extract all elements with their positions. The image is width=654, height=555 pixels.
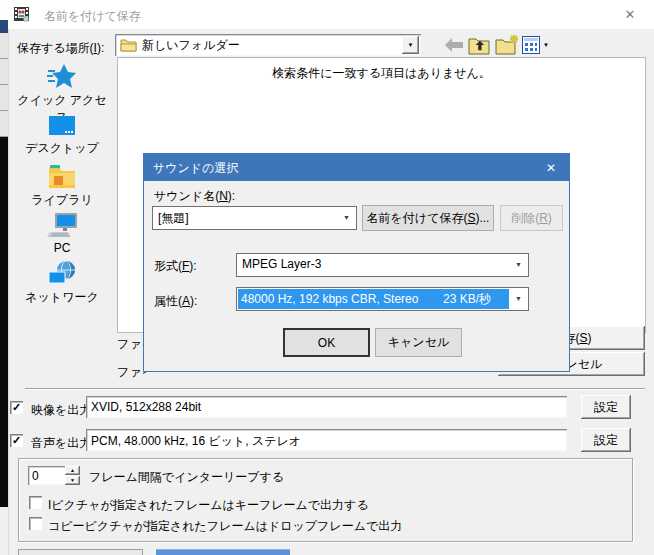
desktop-icon bbox=[47, 114, 77, 138]
sound-save-as-button[interactable]: 名前を付けて保存(S)... bbox=[362, 205, 494, 231]
background-window-edge bbox=[0, 33, 8, 59]
dropdown-arrow-icon: ▼ bbox=[343, 214, 350, 221]
background-window-edge bbox=[0, 59, 8, 85]
empty-list-message: 検索条件に一致する項目はありません。 bbox=[118, 58, 645, 82]
spinner-down-button[interactable]: ▼ bbox=[65, 476, 80, 485]
audio-output-field: PCM, 48.000 kHz, 16 ビット, ステレオ bbox=[86, 429, 567, 451]
background-window-edge bbox=[0, 507, 8, 555]
network-icon bbox=[47, 260, 77, 287]
check-icon: ✓ bbox=[12, 402, 21, 413]
sidebar-item-desktop[interactable]: デスクトップ bbox=[12, 114, 112, 157]
copypicture-dropframe-label: コピーピクチャが指定されたフレームはドロップフレームで出力 bbox=[48, 518, 402, 535]
app-icon bbox=[14, 6, 30, 22]
folder-icon bbox=[120, 37, 137, 52]
sound-name-value: [無題] bbox=[158, 210, 336, 227]
attributes-combobox[interactable]: 48000 Hz, 192 kbps CBR, Stereo 23 KB/秒 ▼ bbox=[236, 287, 529, 311]
window-title: 名前を付けて保存 bbox=[44, 8, 141, 25]
close-icon[interactable]: ✕ bbox=[542, 159, 560, 176]
dropdown-arrow-icon: ▼ bbox=[515, 261, 522, 268]
background-window-edge bbox=[0, 0, 8, 20]
video-output-checkbox[interactable]: ✓ bbox=[10, 401, 23, 414]
background-window-edge bbox=[0, 111, 8, 137]
sidebar-item-pc[interactable]: PC bbox=[12, 212, 112, 255]
file-type-label: ファイ bbox=[117, 364, 146, 381]
format-combobox[interactable]: MPEG Layer-3 ▼ bbox=[236, 253, 529, 277]
dropdown-arrow-icon: ▼ bbox=[515, 295, 522, 302]
ok-button[interactable]: OK bbox=[283, 328, 370, 357]
check-icon: ✓ bbox=[12, 435, 21, 446]
save-location-value: 新しいフォルダー bbox=[142, 37, 399, 54]
clipped-accent-button[interactable] bbox=[156, 549, 290, 555]
sidebar-item-label: ネットワーク bbox=[12, 289, 112, 306]
video-output-field: XVID, 512x288 24bit bbox=[86, 396, 567, 418]
separator bbox=[25, 388, 645, 390]
sidebar-item-label: ライブラリ bbox=[12, 192, 112, 209]
close-icon[interactable]: ✕ bbox=[620, 6, 640, 23]
sound-selection-dialog: サウンドの選択 ✕ サウンド名(N): [無題] ▼ 名前を付けて保存(S)..… bbox=[143, 153, 570, 372]
ipicture-keyframe-label: Iピクチャが指定されたフレームはキーフレームで出力する bbox=[48, 497, 369, 514]
audio-output-checkbox[interactable]: ✓ bbox=[10, 434, 23, 447]
sound-dialog-title-bar: サウンドの選択 ✕ bbox=[144, 154, 569, 181]
sidebar-item-label: PC bbox=[12, 241, 112, 255]
new-folder-icon[interactable] bbox=[495, 34, 519, 55]
quick-access-icon bbox=[47, 62, 77, 90]
sound-name-combobox[interactable]: [無題] ▼ bbox=[152, 206, 357, 230]
sound-name-label: サウンド名(N): bbox=[154, 188, 235, 205]
dropdown-arrow-button[interactable]: ▼ bbox=[402, 36, 419, 54]
file-name-label: ファイ bbox=[117, 336, 146, 353]
ipicture-keyframe-checkbox[interactable] bbox=[29, 496, 42, 509]
view-menu-caret-icon[interactable]: ▼ bbox=[543, 42, 549, 48]
title-bar: 名前を付けて保存 ✕ bbox=[8, 0, 654, 29]
background-window-video-area bbox=[0, 137, 8, 507]
view-menu-icon[interactable] bbox=[522, 36, 540, 54]
spinner-up-button[interactable]: ▲ bbox=[65, 466, 80, 475]
sidebar-item-label: デスクトップ bbox=[12, 140, 112, 157]
background-window-edge bbox=[0, 20, 8, 33]
interleave-groupbox: 0 ▲ ▼ フレーム間隔でインターリーブする Iピクチャが指定されたフレームはキ… bbox=[18, 458, 633, 542]
back-icon[interactable] bbox=[444, 37, 464, 53]
up-folder-icon[interactable] bbox=[468, 35, 490, 55]
sound-cancel-button[interactable]: キャンセル bbox=[375, 328, 462, 357]
save-as-dialog: 名前を付けて保存 ✕ 保存する場所(I): 新しいフォルダー ▼ ▼ bbox=[0, 0, 654, 555]
audio-settings-button[interactable]: 設定 bbox=[581, 428, 631, 452]
attributes-label: 属性(A): bbox=[154, 293, 197, 310]
libraries-icon bbox=[47, 163, 77, 190]
attributes-selected-value: 48000 Hz, 192 kbps CBR, Stereo 23 KB/秒 bbox=[238, 289, 509, 309]
save-location-combobox[interactable]: 新しいフォルダー ▼ bbox=[115, 34, 421, 56]
video-settings-button[interactable]: 設定 bbox=[581, 395, 631, 419]
save-location-label: 保存する場所(I): bbox=[17, 40, 104, 57]
interleave-label: フレーム間隔でインターリーブする bbox=[89, 469, 284, 486]
format-value: MPEG Layer-3 bbox=[242, 257, 508, 271]
background-window-edge bbox=[0, 85, 8, 111]
pc-icon bbox=[46, 212, 78, 239]
copypicture-dropframe-checkbox[interactable] bbox=[29, 517, 42, 530]
sidebar-item-libraries[interactable]: ライブラリ bbox=[12, 163, 112, 209]
format-label: 形式(F): bbox=[154, 258, 197, 275]
sound-dialog-title: サウンドの選択 bbox=[153, 160, 238, 177]
sound-delete-button[interactable]: 削除(R) bbox=[500, 205, 563, 231]
clipped-button[interactable] bbox=[18, 549, 143, 555]
sidebar-item-network[interactable]: ネットワーク bbox=[12, 260, 112, 306]
